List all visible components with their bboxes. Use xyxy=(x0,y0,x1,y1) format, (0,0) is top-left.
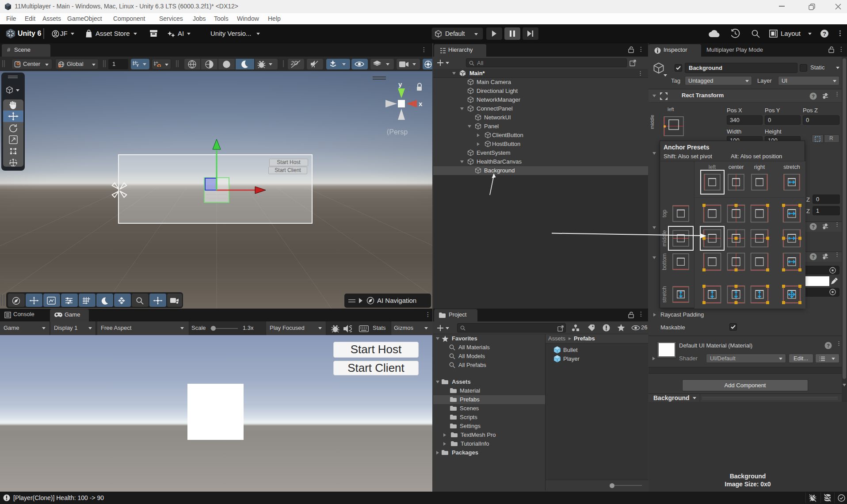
svg-text:Alt: Also set position: Alt: Also set position xyxy=(731,153,782,160)
svg-text:?: ? xyxy=(827,343,830,348)
svg-text:y: y xyxy=(398,80,402,88)
svg-text:Shift: Also set pivot: Shift: Also set pivot xyxy=(664,153,712,160)
svg-text:bottom: bottom xyxy=(661,253,668,270)
svg-text:?: ? xyxy=(823,31,826,37)
svg-text:?: ? xyxy=(812,224,815,229)
svg-text:left: left xyxy=(709,164,716,170)
svg-text:x: x xyxy=(419,100,423,107)
svg-text:stretch: stretch xyxy=(783,164,800,170)
svg-text:?: ? xyxy=(812,254,815,260)
svg-text:top: top xyxy=(661,210,668,217)
svg-text:middle: middle xyxy=(661,230,668,247)
svg-text:Y: Y xyxy=(136,63,139,68)
svg-text:stretch: stretch xyxy=(661,286,668,303)
svg-text:Anchor Presets: Anchor Presets xyxy=(664,144,710,151)
svg-text:?: ? xyxy=(812,94,815,99)
svg-text:right: right xyxy=(754,164,765,170)
svg-text:center: center xyxy=(729,164,744,170)
